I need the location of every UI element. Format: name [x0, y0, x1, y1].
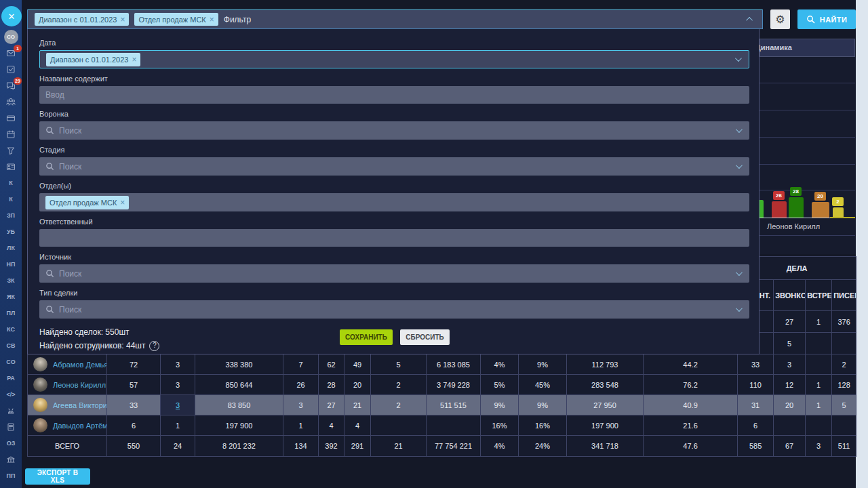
sidebar-tasks-icon[interactable]: [0, 61, 22, 77]
sidebar-item[interactable]: ЗП: [0, 207, 22, 224]
employee-name[interactable]: Абрамов Демьян: [53, 361, 107, 369]
employee-name[interactable]: Леонов Кирилл: [53, 381, 106, 389]
chip-remove-icon[interactable]: ×: [210, 16, 214, 24]
sidebar-id-card-icon[interactable]: [0, 159, 22, 175]
total-label: ВСЕГО: [28, 436, 107, 457]
sidebar-document-icon[interactable]: [0, 419, 22, 435]
employee-name[interactable]: Агеева Виктория: [53, 401, 107, 409]
chip-remove-icon[interactable]: ×: [120, 16, 125, 24]
row-divider: [760, 190, 855, 190]
sidebar-chat-icon[interactable]: 29: [0, 77, 22, 94]
sidebar-close-button[interactable]: ✕: [0, 5, 22, 27]
reset-button[interactable]: СБРОСИТЬ: [400, 329, 450, 345]
sidebar-item[interactable]: СО: [0, 354, 22, 370]
cell-link[interactable]: 3: [176, 401, 180, 409]
chip-remove-icon[interactable]: ×: [132, 56, 136, 64]
sidebar-item-label: СВ: [7, 342, 16, 349]
search-icon: [45, 126, 54, 135]
filter-chip-department[interactable]: Отдел продаж МСК ×: [134, 13, 218, 26]
sidebar-robot-icon[interactable]: [0, 403, 22, 419]
total-value-cell: 341 718: [567, 436, 644, 457]
select-placeholder: Поиск: [59, 269, 81, 279]
sidebar-item[interactable]: ЛК: [0, 240, 22, 256]
export-xls-button[interactable]: ЭКСПОРТ В XLS: [25, 468, 90, 485]
department-chip[interactable]: Отдел продаж МСК ×: [45, 196, 129, 209]
column-header: ПИСЕМ: [832, 280, 856, 311]
chevron-up-icon[interactable]: [746, 17, 753, 24]
sidebar-mail-icon[interactable]: 1: [0, 45, 22, 61]
find-button[interactable]: НАЙТИ: [797, 9, 856, 29]
sidebar-item[interactable]: К: [0, 191, 22, 207]
sidebar-item[interactable]: ОЗ: [0, 435, 22, 451]
sidebar-item[interactable]: </>: [0, 386, 22, 403]
employee-cell[interactable]: Агеева Виктория: [28, 395, 107, 415]
bar-value-badge: 2: [832, 197, 844, 206]
save-button[interactable]: СОХРАНИТЬ: [340, 329, 393, 345]
table-row[interactable]: Давыдов Артём61197 90014416%16%197 90021…: [28, 415, 856, 436]
value-cell: 197 900: [567, 415, 644, 436]
sidebar-funnel-icon[interactable]: [0, 142, 22, 159]
table-row[interactable]: Агеева Виктория33383 850327212511 5159%9…: [28, 395, 856, 415]
value-cell: 3: [283, 395, 319, 415]
field-label: Тип сделки: [39, 289, 749, 297]
sidebar-avatar[interactable]: СО: [0, 28, 22, 45]
departments-select[interactable]: Отдел продаж МСК ×: [39, 193, 749, 211]
sidebar-wallet-icon[interactable]: [0, 110, 22, 126]
employee-cell[interactable]: Леонов Кирилл: [28, 375, 107, 395]
help-icon[interactable]: ?: [149, 341, 159, 351]
employee-cell[interactable]: Давыдов Артём: [28, 415, 107, 436]
name-contains-input[interactable]: [39, 86, 749, 104]
row-divider: [760, 110, 855, 110]
total-value-cell: 291: [344, 436, 371, 457]
value-cell: 57: [107, 375, 161, 395]
sidebar-item[interactable]: НП: [0, 256, 22, 272]
bar: [812, 202, 829, 218]
deal-type-select[interactable]: Поиск: [39, 300, 749, 319]
filter-bar[interactable]: Диапазон с 01.01.2023 × Отдел продаж МСК…: [27, 9, 763, 29]
total-value-cell: 392: [319, 436, 344, 457]
funnel-select[interactable]: Поиск: [39, 121, 749, 140]
table-cell: 1: [806, 311, 832, 333]
sidebar-item-label: СО: [6, 359, 15, 365]
sidebar-people-icon[interactable]: [0, 94, 22, 110]
value-cell: 31: [738, 395, 774, 415]
sidebar-bank-icon[interactable]: [0, 451, 22, 468]
sidebar-item[interactable]: УБ: [0, 224, 22, 240]
value-cell: 1: [806, 375, 832, 395]
search-icon: [806, 15, 815, 24]
value-cell: 76.2: [644, 375, 738, 395]
settings-button[interactable]: ⚙: [770, 9, 790, 29]
sidebar-item[interactable]: СВ: [0, 338, 22, 354]
date-chip[interactable]: Диапазон с 01.01.2023 ×: [46, 53, 140, 66]
sidebar-item[interactable]: К: [0, 175, 22, 191]
date-select[interactable]: Диапазон с 01.01.2023 ×: [39, 50, 749, 68]
sidebar-item[interactable]: ЗК: [0, 272, 22, 289]
stage-select[interactable]: Поиск: [39, 157, 749, 176]
value-cell: 3: [161, 375, 195, 395]
sidebar-item[interactable]: РА: [0, 370, 22, 386]
sidebar-item-label: УБ: [7, 228, 15, 235]
sidebar-item-label: КС: [7, 326, 15, 333]
id-card-icon: [6, 162, 16, 171]
filter-chip-date[interactable]: Диапазон с 01.01.2023 ×: [35, 13, 129, 26]
sidebar-item[interactable]: ЯК: [0, 289, 22, 305]
sidebar-item-label: ПЛ: [7, 310, 16, 317]
sidebar-item-label: К: [9, 180, 13, 186]
responsible-input[interactable]: [39, 229, 749, 247]
sidebar-item[interactable]: ПЛ: [0, 305, 22, 321]
chip-remove-icon[interactable]: ×: [120, 199, 125, 207]
sidebar-item[interactable]: КС: [0, 321, 22, 338]
select-placeholder: Поиск: [59, 305, 81, 314]
employee-name[interactable]: Давыдов Артём: [53, 422, 107, 430]
sidebar-calendar-icon[interactable]: [0, 126, 22, 142]
source-select[interactable]: Поиск: [39, 264, 749, 283]
bar-value-badge: 28: [790, 187, 802, 196]
value-cell: 128: [832, 375, 856, 395]
chevron-down-icon: [736, 126, 743, 133]
total-value-cell: 8 201 232: [195, 436, 283, 457]
table-row[interactable]: Леонов Кирилл573850 64426282023 749 2285…: [28, 375, 856, 395]
filter-panel-footer: Найдено сделок: 550шт Найдено сотруднико…: [39, 325, 749, 361]
sidebar-item[interactable]: ПП: [0, 468, 22, 484]
right-scrollbar-track[interactable]: [856, 0, 868, 488]
sidebar-item[interactable]: ПЛ: [0, 484, 22, 488]
